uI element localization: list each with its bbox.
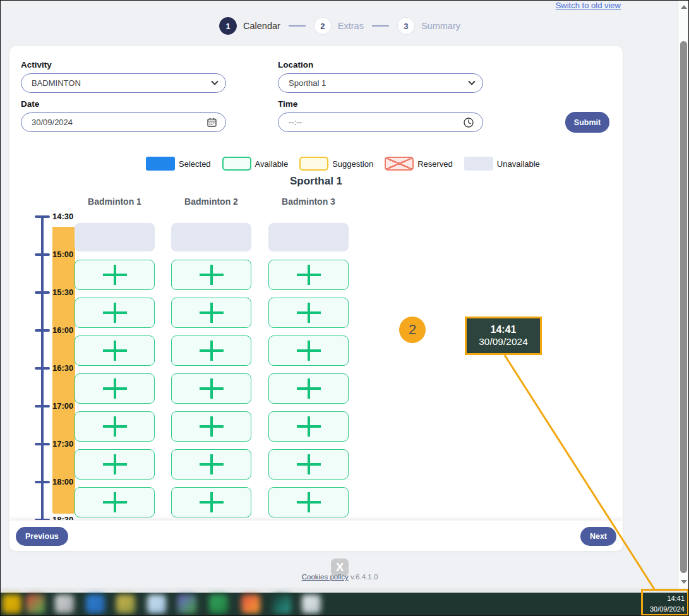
annotation-step-marker: 2: [399, 317, 426, 343]
time-tick: [35, 367, 50, 370]
taskbar-app-icon[interactable]: [147, 595, 166, 613]
stepper-connector: [289, 25, 306, 27]
taskbar-app-icon[interactable]: [302, 595, 321, 613]
taskbar-app-icon[interactable]: [26, 595, 45, 613]
plus-icon: [103, 454, 127, 474]
calendar-slot-available[interactable]: [268, 411, 349, 442]
step-label: Extras: [338, 21, 364, 31]
stepper-step-summary[interactable]: 3Summary: [397, 17, 460, 35]
window-bottom-edge: [1, 588, 689, 593]
legend: SelectedAvailableSuggestionReservedUnava…: [146, 157, 540, 171]
plus-icon: [200, 454, 224, 474]
calendar-slot-available[interactable]: [171, 298, 251, 328]
step-label: Calendar: [243, 21, 280, 31]
plus-icon: [297, 341, 321, 361]
taskbar: 14:41 30/09/2024: [1, 593, 689, 616]
calendar-slot-available[interactable]: [171, 260, 251, 290]
time-tick: [35, 443, 50, 445]
activity-select[interactable]: BADMINTON: [21, 73, 226, 93]
plus-icon: [297, 454, 321, 474]
calendar-slot-available[interactable]: [268, 487, 349, 517]
calendar-slot-available[interactable]: [75, 449, 155, 480]
time-label: 15:00: [52, 250, 80, 259]
calendar-slot-available[interactable]: [75, 373, 155, 404]
stepper-connector: [372, 25, 389, 27]
legend-item-available: Available: [222, 157, 289, 171]
calendar-slot-available[interactable]: [268, 335, 349, 366]
plus-icon: [297, 378, 321, 399]
clock-icon: [463, 117, 474, 128]
plus-icon: [103, 378, 127, 399]
stepper-step-calendar[interactable]: 1Calendar: [219, 17, 280, 35]
date-input[interactable]: 30/09/2024: [21, 112, 226, 132]
time-tick: [35, 215, 50, 218]
calendar-slot-available[interactable]: [75, 298, 155, 328]
calendar-slot-available[interactable]: [75, 260, 155, 290]
time-label: 14:30: [52, 213, 80, 221]
calendar-grid: 14:3015:0015:3016:0016:3017:0017:3018:00…: [9, 213, 623, 551]
calendar-slot-available[interactable]: [75, 487, 155, 517]
calendar-slot-available[interactable]: [268, 260, 349, 290]
suggestion-swatch-icon: [299, 157, 328, 171]
time-tick: [35, 253, 50, 256]
time-label: 18:00: [52, 477, 80, 486]
date-label: Date: [21, 99, 39, 109]
previous-button[interactable]: Previous: [16, 527, 68, 546]
next-button[interactable]: Next: [580, 527, 616, 546]
switch-to-old-view-link[interactable]: Switch to old view: [556, 1, 621, 10]
date-value: 30/09/2024: [32, 118, 73, 127]
calendar-slot-unavailable: [171, 223, 251, 251]
calendar-slot-available[interactable]: [171, 373, 251, 404]
scroll-down-arrow-icon[interactable]: [681, 580, 687, 584]
time-tick: [35, 329, 50, 332]
taskbar-app-icon[interactable]: [241, 595, 260, 613]
plus-icon: [297, 416, 321, 437]
calendar-slot-available[interactable]: [171, 487, 251, 517]
taskbar-app-icon[interactable]: [55, 595, 74, 613]
cookies-policy-link[interactable]: Cookies policy: [302, 573, 349, 581]
taskbar-app-icon[interactable]: [177, 595, 196, 613]
location-select[interactable]: Sporthal 1: [278, 73, 483, 93]
calendar-slot-available[interactable]: [171, 449, 251, 480]
version-label: v.6.4.1.0: [350, 573, 378, 581]
plus-icon: [103, 416, 127, 437]
time-label: 16:00: [52, 325, 80, 335]
calendar-slot-available[interactable]: [75, 411, 155, 442]
legend-item-unavailable: Unavailable: [464, 157, 540, 171]
submit-button[interactable]: Submit: [565, 112, 609, 133]
calendar-slot-available[interactable]: [75, 335, 155, 366]
calendar-slot-available[interactable]: [171, 335, 251, 366]
plus-icon: [103, 265, 127, 285]
taskbar-app-icon[interactable]: [209, 595, 228, 613]
taskbar-time: 14:41: [650, 593, 685, 604]
time-input[interactable]: --:--: [278, 112, 483, 132]
plus-icon: [297, 265, 321, 285]
time-label: 17:00: [52, 401, 80, 411]
vertical-scrollbar[interactable]: [678, 1, 688, 588]
reserved-swatch-icon: [385, 157, 414, 171]
calendar-slot-unavailable: [75, 223, 155, 251]
calendar-slot-available[interactable]: [268, 373, 349, 404]
stepper-step-extras[interactable]: 2Extras: [314, 17, 364, 35]
time-axis-line: [41, 215, 44, 551]
scrollbar-thumb[interactable]: [680, 41, 687, 573]
legend-label: Unavailable: [497, 159, 540, 169]
taskbar-clock[interactable]: 14:41 30/09/2024: [650, 593, 685, 615]
legend-label: Reserved: [417, 159, 453, 169]
plus-icon: [103, 341, 127, 361]
taskbar-app-icon[interactable]: [272, 595, 291, 613]
calendar-slot-available[interactable]: [268, 298, 349, 328]
legend-item-suggestion: Suggestion: [299, 157, 373, 171]
site-footer: Cookies policy v.6.4.1.0: [1, 573, 679, 581]
selected-swatch-icon: [146, 157, 175, 171]
taskbar-app-icon[interactable]: [3, 595, 21, 613]
calendar-slot-available[interactable]: [171, 411, 251, 442]
calendar-slot-available[interactable]: [268, 449, 349, 480]
scroll-up-arrow-icon[interactable]: [681, 5, 687, 9]
chevron-down-icon: [468, 78, 475, 85]
taskbar-app-icon[interactable]: [116, 595, 135, 613]
time-label: Time: [278, 99, 297, 109]
activity-value: BADMINTON: [32, 78, 81, 88]
time-label: 15:30: [52, 287, 80, 297]
taskbar-app-icon[interactable]: [86, 595, 105, 613]
